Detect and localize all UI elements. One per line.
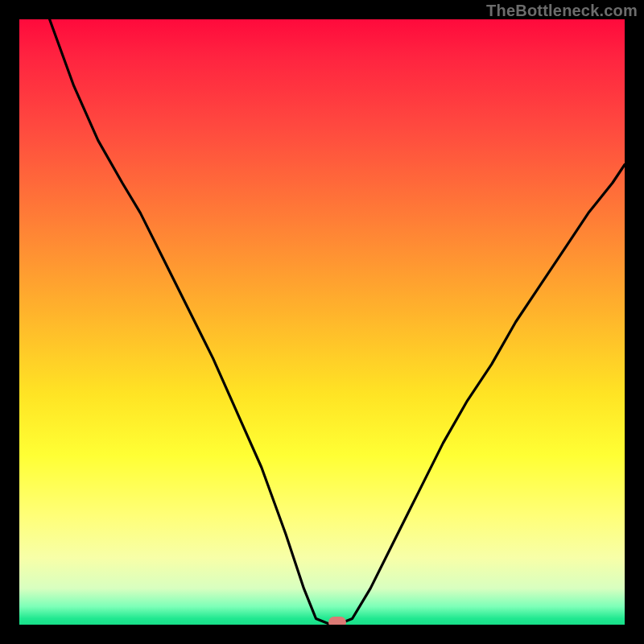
- chart-container: TheBottleneck.com: [0, 0, 644, 644]
- minimum-marker: [328, 617, 346, 625]
- plot-area: [19, 19, 625, 625]
- watermark-text: TheBottleneck.com: [486, 2, 638, 20]
- curve-line: [19, 19, 625, 625]
